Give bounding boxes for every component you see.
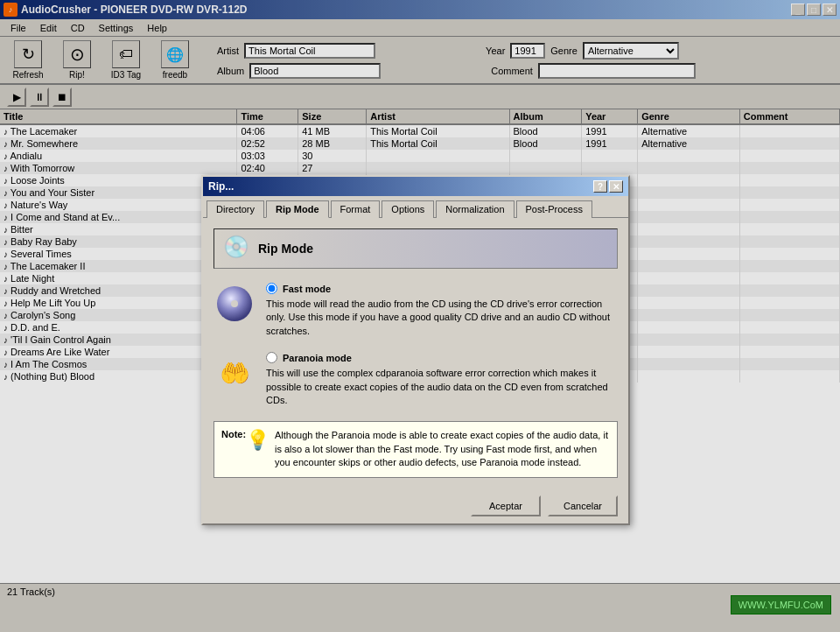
watermark-text: WWW.YLMFU.CoM [738,600,823,610]
fast-mode-option: Fast mode This mode will read the audio … [214,283,618,338]
dialog-title-bar: Rip... ? ✕ [203,177,628,196]
paranoia-mode-icon-container: 🤲 [214,352,256,394]
note-icon: 💡 [246,429,270,452]
rip-mode-title: Rip Mode [258,242,313,256]
note-box: Note: 💡 Although the Paranoia mode is ab… [214,421,618,477]
fast-mode-radio[interactable] [266,283,277,294]
paranoia-mode-text: Paranoia mode This will use the complex … [266,352,618,407]
fast-mode-icon [217,286,252,321]
fast-mode-desc: This mode will read the audio from the C… [266,298,618,338]
note-text: Although the Paranoia mode is able to cr… [275,429,610,469]
accept-button[interactable]: Aceptar [471,495,541,516]
modal-overlay: Rip... ? ✕ Directory Rip Mode Format Opt… [0,0,840,632]
paranoia-mode-label: Paranoia mode [283,353,352,363]
dialog-title-text: Rip... [208,180,234,193]
paranoia-mode-option: 🤲 Paranoia mode This will use the comple… [214,352,618,407]
rip-mode-header: 💿 Rip Mode [214,228,618,269]
paranoia-mode-label-row: Paranoia mode [266,352,618,363]
fast-mode-text: Fast mode This mode will read the audio … [266,283,618,338]
tab-normalization[interactable]: Normalization [436,200,514,218]
note-label: Note: [221,429,239,439]
cancel-button[interactable]: Cancelar [548,495,618,516]
dialog-tabs: Directory Rip Mode Format Options Normal… [203,196,628,217]
dialog-title-buttons: ? ✕ [593,180,623,193]
fast-mode-label: Fast mode [283,284,331,294]
tab-options[interactable]: Options [382,200,434,218]
dialog-help-button[interactable]: ? [593,180,607,193]
paranoia-mode-radio[interactable] [266,352,277,363]
fast-mode-label-row: Fast mode [266,283,618,294]
dialog-buttons: Aceptar Cancelar [203,488,628,523]
dialog-content: 💿 Rip Mode Fast mode This mode will read… [203,217,628,488]
tab-rip-mode[interactable]: Rip Mode [266,200,329,218]
tab-directory[interactable]: Directory [206,200,264,218]
paranoia-mode-desc: This will use the complex cdparanoia sof… [266,367,618,407]
dialog-close-button[interactable]: ✕ [609,180,623,193]
watermark: WWW.YLMFU.CoM [731,595,831,614]
rip-mode-header-icon: 💿 [223,235,251,263]
rip-dialog: Rip... ? ✕ Directory Rip Mode Format Opt… [201,175,630,525]
fast-mode-icon-container [214,283,256,325]
tab-format[interactable]: Format [331,200,381,218]
paranoia-mode-icon: 🤲 [220,359,250,388]
note-content: 💡 Although the Paranoia mode is able to … [246,429,610,469]
note-label-container: Note: [221,429,239,443]
tab-post-process[interactable]: Post-Process [516,200,592,218]
